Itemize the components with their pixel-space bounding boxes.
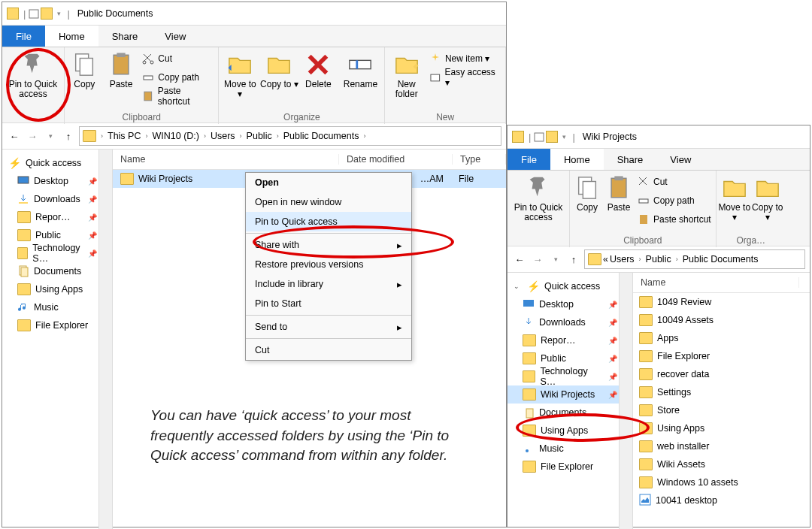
sidebar-item-public[interactable]: Public📌	[508, 349, 632, 367]
delete-button[interactable]: Delete	[298, 49, 338, 110]
col-date[interactable]: Date modified	[339, 154, 453, 165]
sidebar-item-downloads[interactable]: Downloads📌	[508, 313, 632, 331]
sidebar-item-fileexplorer[interactable]: File Explorer	[508, 458, 632, 476]
ctx-pin-start[interactable]: Pin to Start	[246, 294, 411, 313]
tab-share[interactable]: Share	[604, 149, 657, 170]
quick-access-header[interactable]: ⌄⚡Quick access	[508, 277, 632, 295]
col-name[interactable]: Name	[113, 154, 339, 165]
quick-access-header[interactable]: ⚡Quick access	[2, 154, 112, 172]
sidebar-item-tech[interactable]: Technology S…📌	[508, 367, 632, 385]
up-button[interactable]: ↑	[61, 131, 76, 142]
back-button[interactable]: ←	[7, 131, 22, 142]
sidebar-item-documents[interactable]: Documents	[2, 262, 112, 280]
sidebar-item-music[interactable]: Music	[2, 298, 112, 316]
file-row[interactable]: Settings	[633, 383, 810, 401]
tab-view[interactable]: View	[656, 149, 704, 170]
crumb-drive[interactable]: WIN10 (D:)	[152, 131, 199, 141]
ctx-restore[interactable]: Restore previous versions	[246, 255, 411, 274]
file-row[interactable]: Store	[633, 401, 810, 419]
file-row[interactable]: 10049 Assets	[633, 311, 810, 329]
paste-button[interactable]: Paste	[103, 49, 140, 110]
ctx-send-to[interactable]: Send to▸	[246, 317, 411, 337]
file-row[interactable]: 10041 desktop	[633, 491, 810, 509]
ctx-pin-quick-access[interactable]: Pin to Quick access	[246, 212, 411, 231]
address-bar[interactable]: « Users› Public› Public Documents	[584, 249, 805, 269]
recent-button[interactable]: ▾	[548, 255, 563, 263]
easy-access-button[interactable]: Easy access ▾	[429, 69, 501, 86]
tab-file[interactable]: File	[508, 149, 550, 170]
forward-button[interactable]: →	[25, 131, 40, 142]
crumb-thispc[interactable]: This PC	[108, 131, 141, 141]
file-row[interactable]: web installer	[633, 437, 810, 455]
chevron-down-icon[interactable]: ▾	[57, 10, 61, 17]
sidebar-item-reports[interactable]: Repor…📌	[508, 331, 632, 349]
tab-home[interactable]: Home	[45, 26, 98, 47]
chevron-right-icon: ▸	[397, 240, 402, 251]
rename-button[interactable]: Rename	[338, 49, 383, 110]
crumb-users[interactable]: Users	[211, 131, 235, 141]
paste-shortcut-button[interactable]: Paste shortcut	[638, 211, 711, 228]
file-row[interactable]: Apps	[633, 329, 810, 347]
col-type[interactable]: Type	[453, 154, 506, 165]
paste-button[interactable]: Paste	[603, 172, 635, 234]
sidebar-item-usingapps[interactable]: Using Apps	[2, 280, 112, 298]
sidebar-item-usingapps[interactable]: Using Apps	[508, 422, 632, 440]
ctx-open-new-window[interactable]: Open in new window	[246, 192, 411, 212]
copy-path-button[interactable]: Copy path	[142, 69, 214, 86]
new-item-button[interactable]: New item ▾	[429, 50, 501, 67]
copy-button[interactable]: Copy	[571, 172, 603, 234]
copy-to-button[interactable]: Copy to ▾	[751, 172, 784, 234]
copy-path-button[interactable]: Copy path	[638, 192, 711, 209]
file-row[interactable]: Using Apps	[633, 419, 810, 437]
crumb-users[interactable]: Users	[610, 254, 635, 264]
quick-access-icon[interactable]	[29, 8, 41, 20]
crumb-pubdocs[interactable]: Public Documents	[283, 131, 359, 141]
crumb-public[interactable]: Public	[646, 254, 671, 264]
scrollbar[interactable]	[98, 150, 112, 529]
ctx-include-library[interactable]: Include in library▸	[246, 274, 411, 294]
move-to-button[interactable]: Move to ▾	[718, 172, 751, 234]
copy-button[interactable]: Copy	[66, 49, 103, 110]
file-row[interactable]: Windows 10 assets	[633, 473, 810, 491]
sidebar-item-wiki-projects[interactable]: Wiki Projects📌	[508, 385, 632, 404]
tab-view[interactable]: View	[151, 26, 199, 47]
crumb-public[interactable]: Public	[247, 131, 272, 141]
tab-share[interactable]: Share	[98, 26, 152, 47]
sidebar-item-music[interactable]: Music	[508, 440, 632, 458]
cut-button[interactable]: Cut	[142, 50, 214, 67]
sidebar-item-tech[interactable]: Technology S…📌	[2, 244, 112, 262]
sidebar-item-desktop[interactable]: Desktop📌	[508, 295, 632, 313]
ctx-share-with[interactable]: Share with▸	[246, 235, 411, 255]
file-row[interactable]: Wiki Assets	[633, 455, 810, 473]
sidebar-item-fileexplorer[interactable]: File Explorer	[2, 316, 112, 334]
quick-access-icon[interactable]	[534, 131, 546, 143]
file-row[interactable]: File Explorer	[633, 347, 810, 365]
cut-button[interactable]: Cut	[638, 174, 711, 190]
back-button[interactable]: ←	[512, 254, 527, 265]
sidebar-item-documents[interactable]: Documents	[508, 404, 632, 422]
sidebar-item-reports[interactable]: Repor…📌	[2, 208, 112, 226]
recent-button[interactable]: ▾	[43, 132, 58, 140]
scrollbar[interactable]	[619, 273, 632, 529]
sidebar-item-downloads[interactable]: Downloads📌	[2, 190, 112, 208]
tab-home[interactable]: Home	[550, 149, 604, 170]
move-to-button[interactable]: Move to ▾	[220, 49, 259, 110]
pin-to-quick-access-button[interactable]: Pin to Quick access	[4, 49, 62, 124]
tab-file[interactable]: File	[2, 26, 45, 47]
new-folder-button[interactable]: New folder	[386, 49, 426, 110]
col-name[interactable]: Name	[633, 277, 799, 288]
up-button[interactable]: ↑	[566, 254, 581, 265]
ctx-open[interactable]: Open	[246, 173, 411, 192]
ctx-cut[interactable]: Cut	[246, 340, 411, 360]
column-headers[interactable]: Name Date modified Type	[113, 150, 506, 170]
forward-button[interactable]: →	[530, 254, 545, 265]
paste-shortcut-button[interactable]: Paste shortcut	[142, 88, 214, 104]
sidebar-item-public[interactable]: Public📌	[2, 226, 112, 244]
pin-to-quick-access-button[interactable]: Pin to Quick access	[509, 172, 568, 247]
copy-to-button[interactable]: Copy to ▾	[259, 49, 298, 110]
file-row[interactable]: 1049 Review	[633, 293, 810, 311]
address-bar[interactable]: › This PC› WIN10 (D:)› Users› Public› Pu…	[79, 126, 501, 146]
file-row[interactable]: recover data	[633, 365, 810, 383]
crumb-pubdocs[interactable]: Public Documents	[683, 254, 759, 264]
sidebar-item-desktop[interactable]: Desktop📌	[2, 172, 112, 190]
